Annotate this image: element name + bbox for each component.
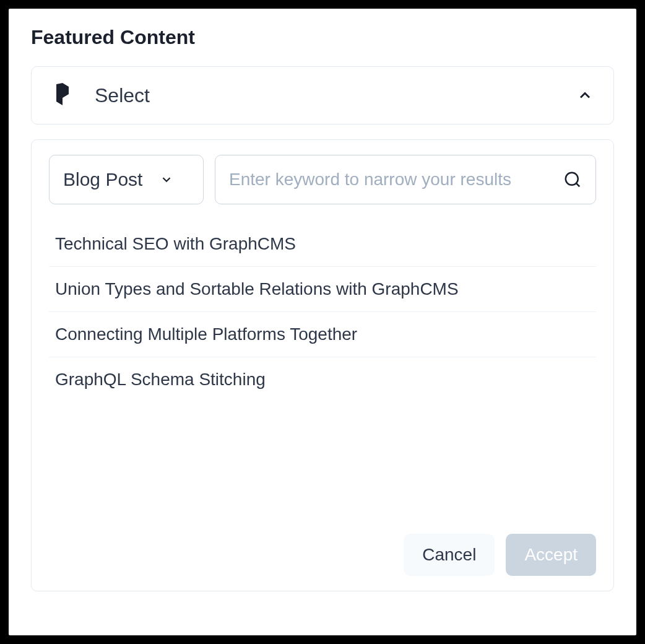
- chevron-up-icon: [576, 87, 594, 104]
- svg-point-0: [566, 173, 578, 185]
- search-input[interactable]: [229, 156, 556, 203]
- accept-button[interactable]: Accept: [506, 534, 596, 576]
- footer-actions: Cancel Accept: [49, 523, 596, 576]
- page-title: Featured Content: [31, 26, 614, 49]
- select-label: Select: [95, 84, 556, 107]
- result-item[interactable]: Technical SEO with GraphCMS: [49, 222, 596, 267]
- search-wrapper: [215, 155, 596, 204]
- result-item[interactable]: Union Types and Sortable Relations with …: [49, 267, 596, 312]
- results-list: Technical SEO with GraphCMS Union Types …: [49, 222, 596, 523]
- content-type-label: Blog Post: [63, 169, 142, 190]
- chevron-down-icon: [160, 173, 173, 186]
- cancel-button[interactable]: Cancel: [404, 534, 495, 576]
- result-item[interactable]: Connecting Multiple Platforms Together: [49, 312, 596, 357]
- filter-row: Blog Post: [49, 155, 596, 204]
- graphcms-logo-icon: [51, 82, 75, 109]
- svg-line-1: [576, 183, 579, 186]
- result-item[interactable]: GraphQL Schema Stitching: [49, 357, 596, 402]
- dropdown-panel: Blog Post Technical SEO with GraphCMS Un…: [31, 139, 614, 591]
- content-type-select[interactable]: Blog Post: [49, 155, 204, 204]
- search-icon: [563, 170, 582, 189]
- select-header[interactable]: Select: [31, 66, 614, 124]
